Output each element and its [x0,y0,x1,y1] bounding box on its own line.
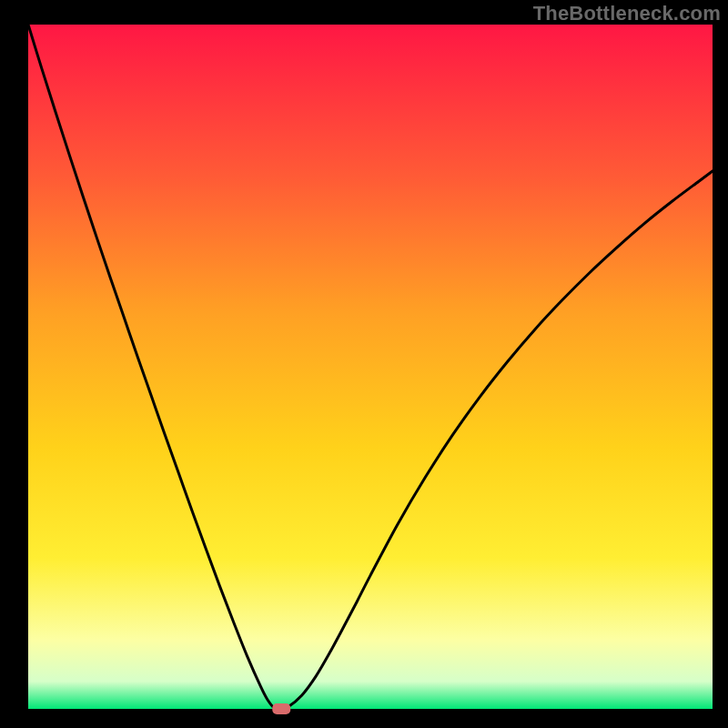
watermark-text: TheBottleneck.com [533,2,721,25]
bottleneck-chart [0,0,728,728]
minimum-marker [272,703,290,714]
chart-frame: { "watermark": "TheBottleneck.com", "col… [0,0,728,728]
plot-background [28,25,713,709]
